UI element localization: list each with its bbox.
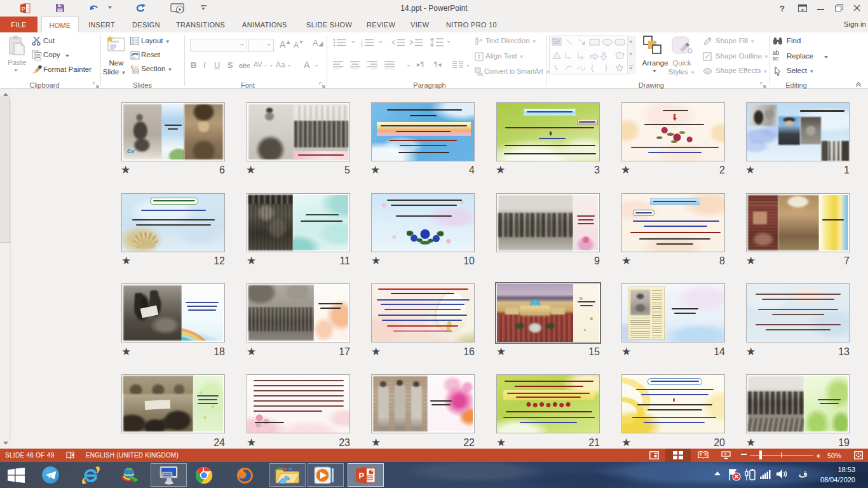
svg-text:A: A [479,37,483,43]
svg-text:P: P [22,6,25,12]
svg-text:P: P [359,471,365,480]
svg-text:3: 3 [361,44,363,47]
